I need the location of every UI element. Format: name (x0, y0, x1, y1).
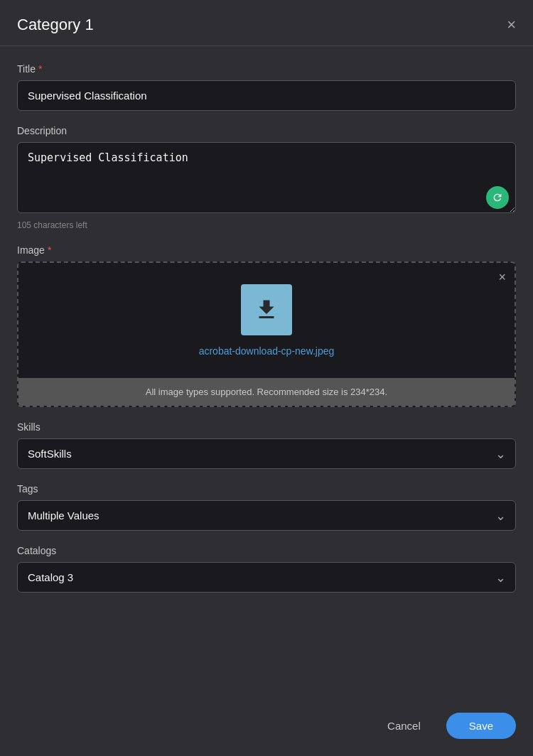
image-label: Image * (17, 244, 516, 256)
description-group: Description Supervised Classification 10… (17, 125, 516, 230)
cancel-button[interactable]: Cancel (373, 713, 435, 739)
char-count: 105 characters left (17, 220, 516, 230)
modal-dialog: Category 1 × Title * Description Supervi… (0, 0, 533, 756)
upload-icon-box (241, 284, 292, 335)
refresh-button[interactable] (486, 186, 509, 209)
modal-footer: Cancel Save (0, 696, 533, 756)
title-group: Title * (17, 63, 516, 111)
modal-title: Category 1 (17, 16, 94, 34)
skills-select-wrapper: SoftSkills ⌄ (17, 438, 516, 469)
title-input[interactable] (17, 80, 516, 111)
skills-label: Skills (17, 421, 516, 433)
download-icon (254, 297, 279, 323)
description-textarea-wrapper: Supervised Classification (17, 142, 516, 216)
catalogs-select[interactable]: Catalog 3 (17, 562, 516, 593)
image-required-star: * (48, 244, 51, 256)
image-remove-button[interactable]: × (498, 270, 506, 285)
catalogs-group: Catalogs Catalog 3 ⌄ (17, 545, 516, 593)
close-button[interactable]: × (507, 17, 516, 33)
tags-select[interactable]: Multiple Values (17, 500, 516, 531)
skills-select[interactable]: SoftSkills (17, 438, 516, 469)
description-label: Description (17, 125, 516, 136)
save-button[interactable]: Save (446, 713, 516, 739)
image-upload-area[interactable]: × acrobat-download-cp-new.jpeg All image… (17, 261, 516, 407)
image-upload-hint: All image types supported. Recommended s… (18, 378, 515, 406)
tags-group: Tags Multiple Values ⌄ (17, 483, 516, 531)
title-label: Title * (17, 63, 516, 75)
tags-select-wrapper: Multiple Values ⌄ (17, 500, 516, 531)
modal-header: Category 1 × (0, 0, 533, 46)
image-upload-inner: × acrobat-download-cp-new.jpeg (18, 263, 515, 378)
catalogs-label: Catalogs (17, 545, 516, 556)
tags-label: Tags (17, 483, 516, 495)
modal-body: Title * Description Supervised Classific… (0, 46, 533, 696)
description-textarea[interactable]: Supervised Classification (17, 142, 516, 213)
skills-group: Skills SoftSkills ⌄ (17, 421, 516, 469)
image-group: Image * × acrobat-download-cp-new.jpeg A… (17, 244, 516, 407)
title-required-star: * (38, 63, 42, 75)
catalogs-select-wrapper: Catalog 3 ⌄ (17, 562, 516, 593)
upload-filename[interactable]: acrobat-download-cp-new.jpeg (199, 345, 335, 357)
